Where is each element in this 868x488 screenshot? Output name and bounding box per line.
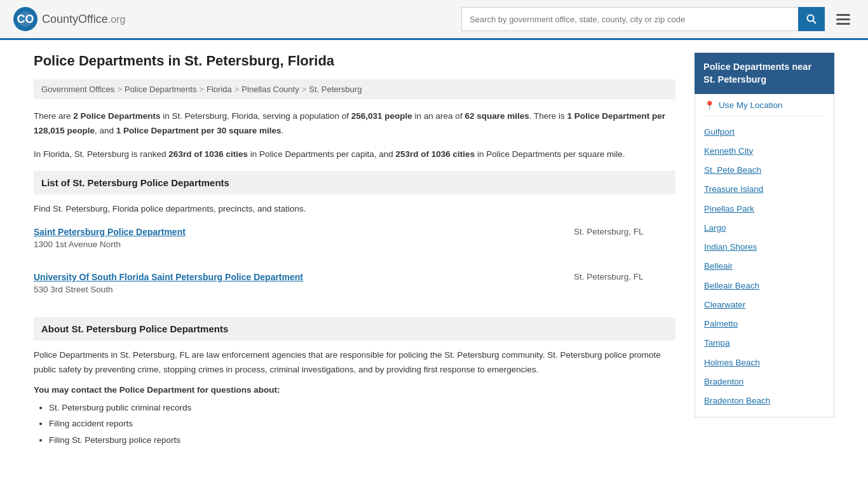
use-location[interactable]: 📍 Use My Location <box>704 100 825 116</box>
sidebar-link-indian-shores[interactable]: Indian Shores <box>704 238 825 257</box>
info-mid2: in an area of <box>412 111 465 121</box>
dept-location-1: St. Petersburg, FL <box>574 227 675 236</box>
sidebar-link-bradenton[interactable]: Bradenton <box>704 372 825 391</box>
logo-icon: CO <box>13 6 38 32</box>
info-mid1: in St. Petersburg, Florida, serving a po… <box>161 111 351 121</box>
sidebar-link-belleair[interactable]: Belleair <box>704 257 825 276</box>
contact-label: You may contact the Police Department fo… <box>34 385 675 395</box>
sidebar-link-gulfport[interactable]: Gulfport <box>704 123 825 142</box>
breadcrumb-sep-4: > <box>302 85 307 94</box>
dept-address-row-2: 530 3rd Street South <box>34 285 675 294</box>
dept-address-2: 530 3rd Street South <box>34 285 675 294</box>
sidebar-link-holmes-beach[interactable]: Holmes Beach <box>704 353 825 372</box>
contact-bullets: St. Petersburg public criminal records F… <box>34 400 675 449</box>
breadcrumb-florida[interactable]: Florida <box>207 85 232 94</box>
info-rank-pre: In Florida, St. Petersburg is ranked <box>34 149 168 159</box>
bullet-item-3: Filing St. Petersburg police reports <box>49 432 675 449</box>
dept-location-2: St. Petersburg, FL <box>574 272 675 281</box>
info-per-sqmile: 1 Police Department per 30 square miles <box>116 126 281 135</box>
search-button[interactable] <box>798 7 825 31</box>
content-area: Police Departments in St. Petersburg, Fl… <box>34 53 675 449</box>
sidebar-link-largo[interactable]: Largo <box>704 219 825 238</box>
dept-row-2: University Of South Florida Saint Peters… <box>34 272 675 282</box>
bullet-item-2: Filing accident reports <box>49 416 675 432</box>
breadcrumb-pinellas-county[interactable]: Pinellas County <box>241 85 299 94</box>
sidebar: Police Departments near St. Petersburg 📍… <box>695 53 834 449</box>
pin-icon: 📍 <box>704 100 715 111</box>
breadcrumb-sep-3: > <box>234 85 240 94</box>
info-area: 62 square miles <box>465 111 529 121</box>
breadcrumb-government-offices[interactable]: Government Offices <box>41 85 114 94</box>
dept-name-2[interactable]: University Of South Florida Saint Peters… <box>34 272 567 282</box>
list-description: Find St. Petersburg, Florida police depa… <box>34 202 675 217</box>
main-container: Police Departments in St. Petersburg, Fl… <box>21 40 847 461</box>
info-rank1: 263rd of 1036 cities <box>168 149 248 159</box>
info-count: 2 Police Departments <box>73 111 160 121</box>
sidebar-link-bradenton-beach[interactable]: Bradenton Beach <box>704 391 825 410</box>
breadcrumb-st-petersburg: St. Petersburg <box>309 85 362 94</box>
svg-text:CO: CO <box>17 13 34 25</box>
logo-name: CountyOffice <box>42 13 108 25</box>
search-area <box>461 7 855 31</box>
info-paragraph-1: There are 2 Police Departments in St. Pe… <box>34 109 675 139</box>
about-body: Police Departments in St. Petersburg, FL… <box>34 348 675 377</box>
sidebar-link-kenneth-city[interactable]: Kenneth City <box>704 142 825 161</box>
bullet-item-1: St. Petersburg public criminal records <box>49 400 675 416</box>
sidebar-link-tampa[interactable]: Tampa <box>704 334 825 353</box>
logo-suffix: .org <box>108 14 126 25</box>
dept-name-1[interactable]: Saint Petersburg Police Department <box>34 227 567 237</box>
menu-line-3 <box>836 23 850 25</box>
info-rank2: 253rd of 1036 cities <box>396 149 475 159</box>
search-input[interactable] <box>461 7 798 31</box>
breadcrumb-sep-2: > <box>199 85 204 94</box>
menu-line-2 <box>836 18 850 20</box>
search-icon <box>806 14 817 24</box>
site-header: CO CountyOffice.org <box>0 0 868 40</box>
list-section-header: List of St. Petersburg Police Department… <box>34 171 675 194</box>
info-rank-end: in Police Departments per square mile. <box>475 149 625 159</box>
dept-address-1: 1300 1st Avenue North <box>34 240 675 249</box>
sidebar-link-st-pete-beach[interactable]: St. Pete Beach <box>704 161 825 180</box>
menu-line-1 <box>836 14 850 16</box>
page-title: Police Departments in St. Petersburg, Fl… <box>34 53 675 69</box>
breadcrumb-police-departments[interactable]: Police Departments <box>125 85 196 94</box>
menu-button[interactable] <box>831 11 855 27</box>
info-population: 256,031 people <box>351 111 412 121</box>
svg-line-4 <box>813 21 817 24</box>
info-paragraph-2: In Florida, St. Petersburg is ranked 263… <box>34 147 675 162</box>
logo-link[interactable]: CO CountyOffice.org <box>13 6 125 32</box>
svg-point-3 <box>808 15 814 22</box>
dept-row-1: Saint Petersburg Police Department St. P… <box>34 227 675 237</box>
sidebar-link-pinellas-park[interactable]: Pinellas Park <box>704 200 825 219</box>
dept-item-1: Saint Petersburg Police Department St. P… <box>34 227 675 261</box>
info-end: . <box>281 126 283 135</box>
sidebar-link-treasure-island[interactable]: Treasure Island <box>704 180 825 199</box>
sidebar-link-palmetto[interactable]: Palmetto <box>704 315 825 334</box>
sidebar-link-clearwater[interactable]: Clearwater <box>704 295 825 315</box>
dept-address-row-1: 1300 1st Avenue North <box>34 240 675 249</box>
about-section-header: About St. Petersburg Police Departments <box>34 317 675 341</box>
sidebar-link-belleair-beach[interactable]: Belleair Beach <box>704 276 825 295</box>
sidebar-body: 📍 Use My Location Gulfport Kenneth City … <box>695 94 834 418</box>
dept-item-2: University Of South Florida Saint Peters… <box>34 272 675 306</box>
breadcrumb: Government Offices > Police Departments … <box>34 79 675 99</box>
sidebar-header: Police Departments near St. Petersburg <box>695 53 834 94</box>
info-mid4: , and <box>95 126 116 135</box>
breadcrumb-sep-1: > <box>117 85 122 94</box>
info-rank-mid: in Police Departments per capita, and <box>248 149 396 159</box>
info-pre1: There are <box>34 111 73 121</box>
use-location-label: Use My Location <box>719 100 783 110</box>
info-mid3: . There is <box>529 111 567 121</box>
logo-text: CountyOffice.org <box>42 13 125 26</box>
